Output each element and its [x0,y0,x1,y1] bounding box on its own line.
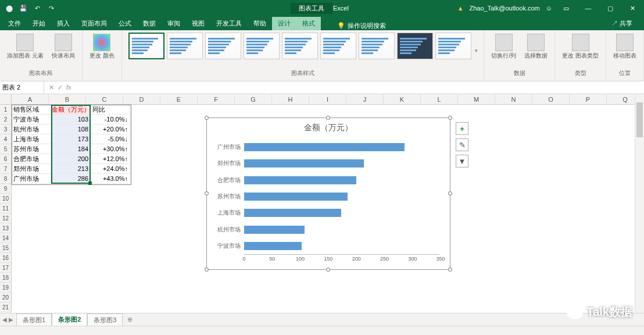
cell-c1[interactable]: 同比 [91,105,130,115]
cell-a3[interactable]: 杭州市场 [12,124,51,134]
change-chart-type-button[interactable]: 更改 图表类型 [560,33,601,60]
move-chart-button[interactable]: 移动图表 [611,33,639,60]
cell-c2[interactable]: -10.0%↓ [91,115,130,124]
row-header-8[interactable]: 8 [0,174,11,184]
col-header-E[interactable]: E [160,94,198,104]
chart-elements-button[interactable]: + [456,122,468,135]
chart-plot-area[interactable]: 广州市场郑州市场合肥市场苏州市场上海市场杭州市场宁波市场 [244,139,439,253]
row-header-6[interactable]: 6 [0,154,11,164]
chart-category-label[interactable]: 广州市场 [209,143,244,151]
face-icon[interactable]: ☺ [546,5,552,12]
row-header-12[interactable]: 12 [0,213,11,223]
chart-category-label[interactable]: 杭州市场 [209,226,244,234]
resize-handle-w[interactable] [205,191,209,195]
col-header-D[interactable]: D [123,94,160,104]
cell-b8[interactable]: 286 [51,174,91,184]
tab-format[interactable]: 格式 [296,17,321,30]
resize-handle-nw[interactable] [205,116,209,120]
chart-style-7[interactable] [359,33,395,59]
cell-a2[interactable]: 宁波市场 [12,115,51,124]
tab-home[interactable]: 开始 [27,17,51,30]
row-header-17[interactable]: 17 [0,263,11,273]
sheet-tab-1[interactable]: 条形图1 [16,313,52,326]
chart-bar[interactable] [244,226,305,234]
row-header-21[interactable]: 21 [0,302,11,312]
row-header-11[interactable]: 11 [0,204,11,213]
col-header-P[interactable]: P [570,94,607,104]
fx-icon[interactable]: fx [66,84,71,91]
col-header-M[interactable]: M [458,94,495,104]
cell-b2[interactable]: 103 [51,115,91,124]
select-data-button[interactable]: 选择数据 [522,33,550,60]
cell-c8[interactable]: +43.0%↑ [91,174,130,184]
col-header-G[interactable]: G [235,94,272,104]
tab-review[interactable]: 审阅 [162,17,186,30]
name-box[interactable]: 图表 2 [0,81,44,94]
sheet-nav[interactable]: ◀ ▶ [2,316,13,323]
account-name[interactable]: Zhao_Talk@outlook.com [470,5,540,12]
cancel-formula-icon[interactable]: ✕ [49,84,54,91]
col-header-O[interactable]: O [532,94,570,104]
resize-handle-n[interactable] [326,116,330,120]
row-header-2[interactable]: 2 [0,115,11,124]
cell-b3[interactable]: 108 [51,124,91,134]
cell-c5[interactable]: +30.0%↑ [91,144,130,154]
chart-bar[interactable] [244,209,341,217]
chart-category-label[interactable]: 苏州市场 [209,193,244,201]
chart-filters-button[interactable]: ▼ [456,155,468,168]
resize-handle-ne[interactable] [448,116,452,120]
col-header-J[interactable]: J [346,94,384,104]
row-header-10[interactable]: 10 [0,194,11,204]
cell-c6[interactable]: +12.0%↑ [91,154,130,164]
row-header-20[interactable]: 20 [0,293,11,302]
chart-style-5[interactable] [282,33,318,59]
tab-design[interactable]: 设计 [272,17,296,30]
tab-insert[interactable]: 插入 [51,17,76,30]
resize-handle-sw[interactable] [205,268,209,272]
chart-bar[interactable] [244,143,405,151]
chart-style-8[interactable] [397,33,433,59]
tell-me[interactable]: 💡操作说明搜索 [337,22,386,30]
new-sheet-button[interactable]: ⊕ [123,314,137,325]
column-headers[interactable]: ABCDEFGHIJKLMNOPQ [12,94,644,105]
chart-category-label[interactable]: 合肥市场 [209,176,244,184]
cell-b6[interactable]: 200 [51,154,91,164]
autosave-icon[interactable]: ⬤ [5,3,14,13]
col-header-H[interactable]: H [272,94,309,104]
cell-b7[interactable]: 213 [51,164,91,174]
resize-handle-se[interactable] [448,268,452,272]
chart-style-6[interactable] [320,33,356,59]
chart-style-1[interactable] [128,33,164,59]
switch-row-col-button[interactable]: 切换行/列 [489,33,518,60]
row-header-18[interactable]: 18 [0,273,11,283]
row-header-3[interactable]: 3 [0,124,11,134]
col-header-B[interactable]: B [49,94,86,104]
add-chart-element-button[interactable]: 添加图表 元素 [5,33,46,60]
col-header-C[interactable]: C [86,94,123,104]
row-header-5[interactable]: 5 [0,144,11,154]
tab-developer[interactable]: 开发工具 [210,17,248,30]
row-header-9[interactable]: 9 [0,184,11,194]
chart-style-2[interactable] [167,33,203,59]
close-icon[interactable]: ✕ [624,2,641,14]
chart-x-axis[interactable]: 050100150200250300350 [244,254,439,263]
cell-a4[interactable]: 上海市场 [12,134,51,144]
tab-view[interactable]: 视图 [186,17,210,30]
chart-style-3[interactable] [205,33,241,59]
cell-a5[interactable]: 苏州市场 [12,144,51,154]
embedded-chart[interactable]: 金额（万元） 广州市场郑州市场合肥市场苏州市场上海市场杭州市场宁波市场 0501… [206,117,450,270]
tab-help[interactable]: 帮助 [248,17,272,30]
chart-bar[interactable] [244,193,348,201]
spreadsheet-grid[interactable]: ABCDEFGHIJKLMNOPQ 1234567891011121314151… [0,94,644,316]
chart-bar[interactable] [244,159,364,168]
chart-category-label[interactable]: 郑州市场 [209,159,244,168]
row-header-7[interactable]: 7 [0,164,11,174]
row-header-1[interactable]: 1 [0,105,11,115]
chart-styles-button[interactable]: ✎ [456,138,468,151]
cell-a1[interactable]: 销售区域 [12,105,51,115]
row-header-19[interactable]: 19 [0,283,11,293]
col-header-K[interactable]: K [384,94,421,104]
col-header-A[interactable]: A [12,94,49,104]
cells-area[interactable]: 销售区域 金额（万元） 同比 宁波市场103-10.0%↓杭州市场108+20.… [12,105,130,184]
cell-b1[interactable]: 金额（万元） [51,105,91,115]
